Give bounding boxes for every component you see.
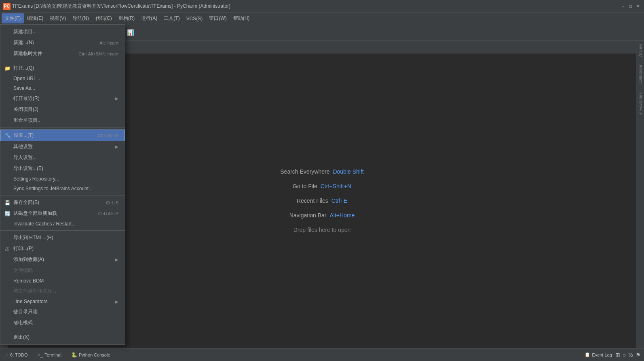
menu-print[interactable]: 🖨 打印...(P) bbox=[0, 243, 125, 254]
menu-item-help[interactable]: 帮助(H) bbox=[230, 13, 253, 23]
menu-sep-5 bbox=[0, 330, 125, 330]
status-bar-right: 📋 Event Log ⊞ ○ ½ ⚑ bbox=[585, 352, 641, 358]
menu-exit[interactable]: 退出(X) bbox=[0, 332, 125, 343]
print-icon: 🖨 bbox=[4, 246, 9, 252]
sync-settings-label: Sync Settings to JetBrains Account... bbox=[13, 186, 93, 191]
menu-item-window[interactable]: 窗口(W) bbox=[206, 13, 230, 23]
menu-sep-2 bbox=[0, 127, 125, 128]
new-shortcut: Alt+Insert bbox=[99, 40, 118, 45]
coverage-button[interactable]: 📊 bbox=[126, 28, 135, 37]
menu-item-refactor[interactable]: 重构(R) bbox=[115, 13, 138, 23]
add-favorites-arrow: ▶ bbox=[115, 257, 118, 262]
menu-new[interactable]: 新建...(N) Alt+Insert bbox=[0, 37, 125, 48]
settings-repo-label: Settings Repository... bbox=[13, 176, 59, 182]
menu-new-project[interactable]: 新建项目... bbox=[0, 26, 125, 37]
menu-item-vcs[interactable]: VCS(S) bbox=[183, 14, 206, 23]
menu-line-separators[interactable]: Line Separators ▶ bbox=[0, 297, 125, 306]
right-sidebar-aiview[interactable]: AIview bbox=[638, 44, 643, 57]
goto-file-key: Ctrl+Shift+N bbox=[321, 183, 351, 189]
import-settings-label: 导入设置... bbox=[13, 154, 37, 161]
close-button[interactable]: ✕ bbox=[635, 4, 641, 9]
make-readonly-label: 使目录只读 bbox=[13, 308, 38, 315]
rename-project-label: 重命名项目... bbox=[13, 117, 42, 124]
menu-item-view[interactable]: 视图(V) bbox=[46, 13, 69, 23]
menu-new-scratch[interactable]: 新建临时文件 Ctrl+Alt+Shift+Insert bbox=[0, 48, 125, 59]
search-everywhere-label: Search Everywhere bbox=[280, 168, 329, 175]
menu-other-settings[interactable]: 其他设置 ▶ bbox=[0, 141, 125, 152]
menu-export-settings[interactable]: 导出设置...(E) bbox=[0, 163, 125, 174]
save-all-shortcut: Ctrl+S bbox=[106, 200, 118, 205]
menu-sep-4 bbox=[0, 230, 125, 231]
open-icon: 📁 bbox=[4, 66, 11, 71]
menu-sync-settings[interactable]: Sync Settings to JetBrains Account... bbox=[0, 184, 125, 193]
nav-bar-label: Navigation Bar bbox=[289, 212, 327, 219]
menu-open-recent[interactable]: 打开最近(R) ▶ bbox=[0, 93, 125, 104]
event-log-button[interactable]: 📋 Event Log bbox=[585, 352, 612, 357]
nav-bar-key: Alt+Home bbox=[329, 212, 355, 219]
minimize-button[interactable]: − bbox=[621, 4, 626, 9]
menu-settings[interactable]: 🔧 设置...(T) Ctrl+Alt+S bbox=[0, 130, 125, 141]
right-sidebar: AIview Database Z-Favorites bbox=[636, 40, 644, 348]
menu-save-all[interactable]: 💾 保存全部(S) Ctrl+S bbox=[0, 197, 125, 208]
shortcut-row-4: Navigation Bar Alt+Home bbox=[289, 212, 355, 219]
open-recent-label: 打开最近(R) bbox=[13, 95, 40, 102]
event-log-label: Event Log bbox=[592, 353, 612, 357]
status-tab-terminal[interactable]: >_ Terminal bbox=[35, 351, 64, 359]
drop-files-text: Drop files here to open bbox=[293, 227, 351, 233]
menu-reload-all[interactable]: 🔄 从磁盘全部重新加载 Ctrl+Alt+Y bbox=[0, 208, 125, 219]
menu-item-tools[interactable]: 工具(T) bbox=[160, 13, 183, 23]
maximize-button[interactable]: □ bbox=[628, 4, 633, 9]
half-icon[interactable]: ½ bbox=[628, 352, 633, 358]
reload-all-label: 从磁盘全部重新加载 bbox=[13, 210, 57, 217]
new-scratch-label: 新建临时文件 bbox=[13, 50, 42, 57]
menu-rename-project[interactable]: 重命名项目... bbox=[0, 115, 125, 126]
menu-item-nav[interactable]: 导航(N) bbox=[69, 13, 92, 23]
window-controls[interactable]: − □ ✕ bbox=[621, 4, 641, 9]
menu-import-settings[interactable]: 导入设置... bbox=[0, 152, 125, 163]
flag-icon[interactable]: ⚑ bbox=[636, 352, 641, 358]
menu-power-save[interactable]: 省电模式 bbox=[0, 317, 125, 328]
circle-icon[interactable]: ○ bbox=[623, 352, 626, 358]
menu-item-code[interactable]: 代码(C) bbox=[92, 13, 115, 23]
menu-open-url[interactable]: Open URL... bbox=[0, 74, 125, 83]
menu-save-as[interactable]: Save As... bbox=[0, 83, 125, 93]
menu-item-file[interactable]: 文件(F) bbox=[2, 13, 24, 23]
menu-associate-file-type: 与文件类型相关联... bbox=[0, 286, 125, 297]
terminal-icon: >_ bbox=[38, 352, 43, 358]
menu-close-project[interactable]: 关闭项目(J) bbox=[0, 104, 125, 115]
save-as-label: Save As... bbox=[13, 85, 35, 91]
todo-label: 6: TODO bbox=[10, 353, 28, 357]
power-save-label: 省电模式 bbox=[13, 319, 33, 326]
menu-item-edit[interactable]: 编辑(E) bbox=[24, 13, 46, 23]
menu-settings-repo[interactable]: Settings Repository... bbox=[0, 174, 125, 184]
title-bar: PC TFExams [D:\我的文档\视觉教育资料开发\TensorFlowC… bbox=[0, 0, 644, 13]
title-bar-left: PC TFExams [D:\我的文档\视觉教育资料开发\TensorFlowC… bbox=[3, 3, 230, 10]
right-sidebar-favorites[interactable]: Z-Favorites bbox=[638, 92, 643, 115]
status-bar-left: ≡ 6: TODO >_ Terminal 🐍 Python Console bbox=[3, 351, 113, 359]
status-bar-icons: ⊞ ○ ½ ⚑ bbox=[615, 352, 641, 358]
menu-item-run[interactable]: 运行(A) bbox=[138, 13, 160, 23]
new-label: 新建...(N) bbox=[13, 39, 34, 46]
recent-files-key: Ctrl+E bbox=[332, 197, 347, 204]
menu-make-readonly[interactable]: 使目录只读 bbox=[0, 306, 125, 317]
new-project-label: 新建项目... bbox=[13, 28, 37, 35]
layout-icon[interactable]: ⊞ bbox=[615, 352, 620, 358]
export-html-label: 导出到 HTML...(H) bbox=[13, 234, 53, 241]
settings-label: 设置...(T) bbox=[14, 132, 34, 139]
shortcut-row-1: Search Everywhere Double Shift bbox=[280, 168, 363, 175]
status-bar: ≡ 6: TODO >_ Terminal 🐍 Python Console 📋… bbox=[0, 348, 644, 361]
status-tab-todo[interactable]: ≡ 6: TODO bbox=[3, 351, 30, 359]
menu-export-html[interactable]: 导出到 HTML...(H) bbox=[0, 232, 125, 243]
right-sidebar-database[interactable]: Database bbox=[638, 65, 643, 84]
menu-remove-bom[interactable]: Remove BOM bbox=[0, 276, 125, 286]
title-text: TFExams [D:\我的文档\视觉教育资料开发\TensorFlowCert… bbox=[12, 3, 230, 10]
menu-invalidate-caches[interactable]: Invalidate Caches / Restart... bbox=[0, 219, 125, 229]
status-tab-python-console[interactable]: 🐍 Python Console bbox=[69, 351, 113, 359]
recent-files-label: Recent Files bbox=[297, 197, 328, 204]
terminal-label: Terminal bbox=[44, 353, 61, 357]
remove-bom-label: Remove BOM bbox=[13, 278, 44, 284]
menu-open[interactable]: 📁 打开...(Q) bbox=[0, 63, 125, 74]
menu-add-favorites[interactable]: 添加到收藏(A) ▶ bbox=[0, 254, 125, 265]
open-recent-arrow: ▶ bbox=[115, 96, 118, 101]
settings-icon: 🔧 bbox=[5, 133, 11, 138]
